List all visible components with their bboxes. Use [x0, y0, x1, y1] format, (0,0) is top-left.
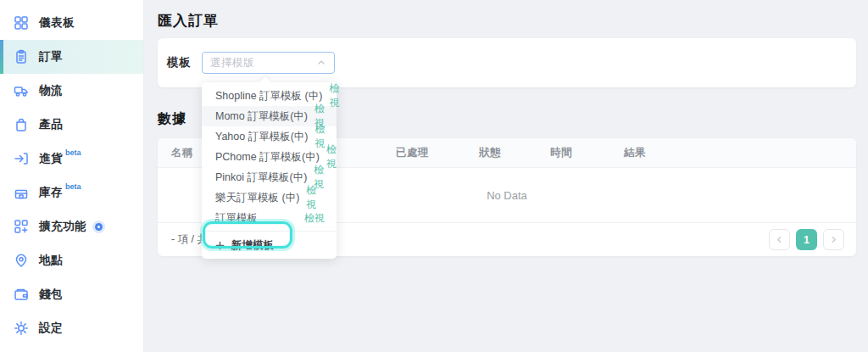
- view-link[interactable]: 檢視: [326, 142, 337, 171]
- sidebar-item-label: 庫存: [39, 185, 63, 200]
- sidebar: 儀表板 訂單 物流 產品 進貨 beta 庫存 beta: [0, 0, 144, 352]
- sidebar-item-inventory[interactable]: 庫存 beta: [0, 176, 143, 210]
- sidebar-item-locations[interactable]: 地點: [0, 243, 143, 277]
- template-select[interactable]: 選擇模版: [202, 52, 335, 74]
- page-title: 匯入訂單: [158, 11, 868, 31]
- template-dropdown-panel: Shopline 訂單模板 (中) 檢視 Momo 訂單模板(中) 檢視 Yah…: [202, 82, 337, 259]
- sidebar-item-logistics[interactable]: 物流: [0, 74, 143, 108]
- empty-state-text: No Data: [487, 189, 527, 202]
- logistics-icon: [14, 83, 29, 98]
- locations-icon: [14, 253, 29, 268]
- next-page-button[interactable]: [823, 229, 844, 250]
- dashboard-icon: [14, 15, 29, 31]
- sidebar-item-label: 訂單: [39, 49, 63, 64]
- dropdown-divider: [202, 231, 337, 232]
- sidebar-item-label: 產品: [39, 117, 63, 132]
- chevron-up-icon: [316, 58, 326, 68]
- template-select-placeholder: 選擇模版: [210, 56, 254, 70]
- sidebar-item-label: 地點: [39, 253, 63, 268]
- sidebar-item-extensions[interactable]: 擴充功能: [0, 210, 143, 243]
- products-icon: [14, 117, 29, 132]
- sidebar-item-label: 儀表板: [39, 15, 75, 31]
- template-field-label: 模板: [167, 55, 202, 70]
- view-link[interactable]: 檢視: [329, 81, 339, 110]
- column-header-processed: 已處理: [396, 146, 479, 160]
- wallet-icon: [14, 287, 29, 302]
- sidebar-item-label: 物流: [39, 83, 63, 98]
- sidebar-item-dashboard[interactable]: 儀表板: [0, 6, 143, 40]
- inventory-icon: [14, 185, 29, 200]
- prev-page-button[interactable]: [769, 229, 790, 250]
- sidebar-item-wallet[interactable]: 錢包: [0, 277, 143, 311]
- sidebar-item-settings[interactable]: 設定: [0, 311, 143, 345]
- view-link[interactable]: 檢視: [304, 211, 325, 226]
- view-link[interactable]: 檢視: [306, 183, 325, 212]
- sidebar-item-label: 進貨: [39, 151, 63, 166]
- pagination: 1: [769, 229, 844, 250]
- dropdown-option-rakuten[interactable]: 樂天訂單模板 (中) 檢視: [202, 187, 337, 208]
- chevron-right-icon: [829, 235, 838, 244]
- notification-ring-icon: [95, 223, 103, 231]
- sidebar-item-purchase[interactable]: 進貨 beta: [0, 142, 143, 176]
- orders-icon: [14, 49, 29, 64]
- page-number-button[interactable]: 1: [796, 229, 817, 250]
- dropdown-option-yahoo[interactable]: Yahoo 訂單模板(中) 檢視: [202, 126, 337, 147]
- beta-badge: beta: [65, 182, 81, 191]
- dropdown-option-generic[interactable]: 訂單模板 檢視: [202, 208, 337, 228]
- column-header-time: 時間: [550, 146, 624, 160]
- plus-icon: [215, 241, 225, 250]
- sidebar-item-label: 錢包: [39, 287, 63, 302]
- view-link[interactable]: 檢視: [315, 122, 326, 151]
- sidebar-item-products[interactable]: 產品: [0, 108, 143, 142]
- column-header-result: 結果: [624, 146, 843, 160]
- sidebar-item-orders[interactable]: 訂單: [0, 40, 143, 74]
- beta-badge: beta: [65, 148, 81, 157]
- extensions-icon: [14, 219, 29, 234]
- settings-icon: [14, 321, 29, 336]
- chevron-left-icon: [775, 235, 784, 244]
- sidebar-item-label: 設定: [39, 321, 63, 336]
- column-header-status: 狀態: [479, 146, 550, 160]
- purchase-icon: [14, 151, 29, 166]
- add-template-button[interactable]: 新增模板: [202, 234, 337, 256]
- sidebar-item-label: 擴充功能: [39, 219, 86, 234]
